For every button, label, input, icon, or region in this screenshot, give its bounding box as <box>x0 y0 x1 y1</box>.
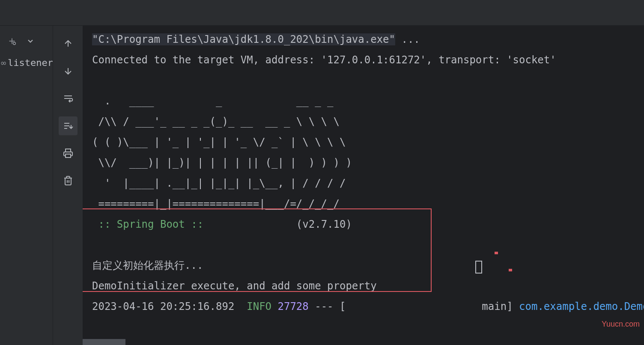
console-command-line: "C:\Program Files\Java\jdk1.8.0_202\bin\… <box>92 29 644 50</box>
spring-banner-line: =========|_|==============|___/=/_/_/_/ <box>92 193 644 214</box>
annotation-dot <box>495 252 498 254</box>
text-cursor <box>475 261 482 274</box>
log-line: 2023-04-16 20:25:16.892 INFO 27728 --- [… <box>92 296 644 317</box>
soft-wrap-button[interactable] <box>59 89 78 108</box>
scroll-up-button[interactable] <box>59 34 78 53</box>
run-config-label: listener <box>8 57 53 68</box>
spring-banner-line: ' |____| .__|_| |_|_| |_\__, | / / / / <box>92 173 644 193</box>
spring-version-line: :: Spring Boot :: (v2.7.10) <box>92 214 644 235</box>
svg-rect-11 <box>66 154 71 158</box>
scroll-to-end-button[interactable] <box>59 116 78 135</box>
main-area: ∞ listener "C:\Program Files\Java\jdk1.8… <box>0 26 644 345</box>
window-top-bar <box>0 0 644 26</box>
custom-init-line: 自定义初始化器执行... <box>92 255 644 276</box>
demo-init-line: DemoInitializer execute, and add some pr… <box>92 276 644 296</box>
add-config-button[interactable] <box>3 34 21 48</box>
horizontal-scrollbar[interactable] <box>83 339 125 345</box>
svg-point-2 <box>13 42 16 45</box>
run-configs-header <box>0 34 53 56</box>
console-toolbar <box>53 26 83 345</box>
print-button[interactable] <box>59 144 78 163</box>
console-output[interactable]: "C:\Program Files\Java\jdk1.8.0_202\bin\… <box>83 26 644 345</box>
console-blank <box>92 235 644 255</box>
spring-banner-line: ( ( )\___ | '_ | '_| | '_ \/ _` | \ \ \ … <box>92 132 644 152</box>
run-configs-panel: ∞ listener <box>0 26 53 345</box>
run-config-item-listener[interactable]: ∞ listener <box>0 56 53 70</box>
watermark: Yuucn.com <box>602 320 640 329</box>
clear-button[interactable] <box>59 171 78 190</box>
spring-banner-line: /\\ / ___'_ __ _ _(_)_ __ __ _ \ \ \ \ <box>92 111 644 132</box>
config-dropdown-button[interactable] <box>24 34 37 48</box>
spring-banner-line: \\/ ___)| |_)| | | | | || (_| | ) ) ) ) <box>92 152 644 173</box>
console-vm-connect-line: Connected to the target VM, address: '12… <box>92 50 644 70</box>
console-blank <box>92 70 644 91</box>
run-config-icon: ∞ <box>1 58 6 68</box>
scroll-down-button[interactable] <box>59 62 78 80</box>
annotation-dot <box>509 269 512 271</box>
spring-banner-line: . ____ _ __ _ _ <box>92 91 644 111</box>
